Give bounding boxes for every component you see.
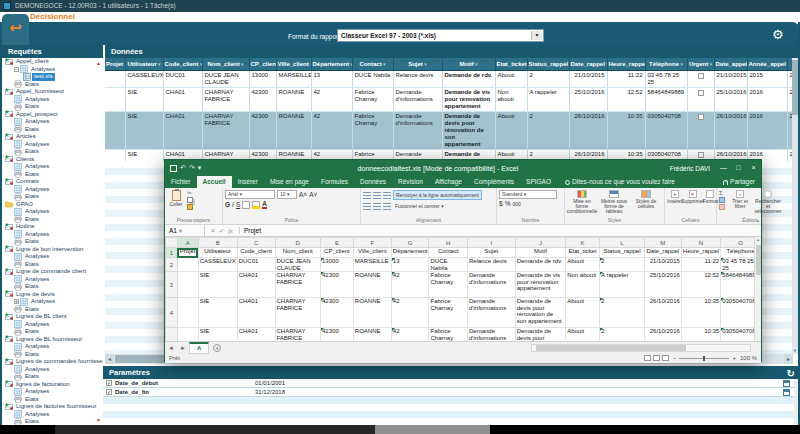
grid-header-status_rappel[interactable]: Status_rappel ▾ [527,58,569,70]
grid-cell[interactable]: CHA01 [163,87,202,111]
align-bottom-icon[interactable] [383,192,391,199]
excel-col-header-I[interactable]: I [468,238,516,248]
grid-cell[interactable]: CASSELEUX [125,70,163,87]
excel-row-header[interactable]: 3 [166,272,178,298]
excel-cell[interactable]: A rappeler [600,272,645,298]
enter-icon[interactable]: ✓ [219,227,224,235]
excel-col-header-A[interactable]: A [177,238,198,248]
excel-cell[interactable]: ROANNE [353,328,391,342]
excel-cell[interactable]: Abouti [566,298,600,328]
excel-cell[interactable]: 2 [600,258,645,272]
scrollbar-thumb[interactable] [756,245,761,275]
excel-cell[interactable]: Non abouti [566,272,600,298]
normal-view-icon[interactable] [644,355,651,361]
prev-sheet-icon[interactable]: ◄ [165,345,177,351]
excel-cell[interactable] [177,258,198,272]
excel-cell[interactable]: ROANNE [353,298,391,328]
save-icon[interactable] [170,165,177,172]
excel-cell[interactable]: Utilisateur [198,248,237,258]
grid-cell[interactable]: Abouti [495,70,527,87]
grid-cell[interactable]: MARSEILLE [276,70,311,87]
insert-function-icon[interactable]: fx [228,227,233,235]
grid-row[interactable]: SIECHA01CHARNAY FABRICE42300ROANNE42Fabr… [105,111,793,149]
excel-vertical-scrollbar[interactable]: ▲ [754,237,761,341]
sidebar-item[interactable]: Etats [2,261,103,269]
sheet-tab[interactable]: A [189,342,209,354]
grid-cell[interactable]: 26/10/2016 [714,111,747,149]
grid-header-date_appel[interactable]: Date_appel ▾ [714,58,747,70]
scroll-up-icon[interactable]: ▲ [756,237,760,242]
excel-cell[interactable]: Etat_ticket [566,248,600,258]
excel-cell[interactable]: 26/10/2016 [644,298,681,328]
sidebar-item[interactable]: Etats [2,193,103,201]
grid-cell[interactable]: 2015 [747,70,787,87]
align-center-icon[interactable] [373,203,381,210]
grid-cell[interactable]: 21/10/2015 [714,70,747,87]
urgent-checkbox[interactable] [698,114,704,120]
excel-cell[interactable]: CHA01 [237,272,275,298]
excel-col-header-L[interactable]: L [600,238,645,248]
excel-cell[interactable]: SIE [198,328,237,342]
zoom-out-icon[interactable]: − [673,355,677,361]
excel-cell[interactable]: CHA01 [237,328,275,342]
expander-icon[interactable]: − [14,67,19,72]
excel-cell[interactable]: Demande d'informations [468,272,516,298]
grid-cell[interactable]: CHA01 [163,111,202,149]
excel-cell[interactable]: Projet [177,248,198,258]
grid-cell[interactable]: CHARNAY FABRICE [202,87,249,111]
grid-header-projet[interactable]: Projet ▾ [105,58,125,70]
excel-col-header-B[interactable]: B [198,238,237,248]
excel-tab-insérer[interactable]: Insérer [232,176,264,188]
excel-cell[interactable]: Demande d'informations [468,328,516,342]
grid-cell[interactable]: 2016 [747,111,787,149]
excel-cell[interactable]: 11:22 [681,258,720,272]
grid-header-cp_client[interactable]: CP_client ▾ [249,58,276,70]
align-left-icon[interactable] [363,203,371,210]
expander-icon[interactable]: + [14,299,19,304]
underline-button[interactable]: S [236,201,240,209]
sidebar-item[interactable]: Ligne de devis [2,291,103,299]
percent-icon[interactable]: % [505,200,511,208]
sidebar-item[interactable]: Etats [2,238,103,246]
excel-horizontal-scrollbar[interactable] [531,344,751,352]
excel-cell[interactable]: Code_client [237,248,275,258]
number-format-select[interactable]: Standard ▾ [499,190,557,199]
align-top-icon[interactable] [363,192,371,199]
grid-header-utilisateur[interactable]: Utilisateur ▾ [125,58,163,70]
grid-cell[interactable]: 2016 [747,87,787,111]
grid-cell[interactable]: Demande d'informations [393,111,442,149]
excel-cell[interactable]: 25/10/2016 [644,272,681,298]
minimize-button[interactable]: — [716,160,731,176]
excel-titlebar[interactable]: ↶ ↷ ▾ donneecodialtest.xls [Mode de comp… [165,160,761,176]
name-box[interactable]: A1 ▾ [165,225,205,237]
grid-header-sujet[interactable]: Sujet ▾ [393,58,442,70]
excel-tab-affichage[interactable]: Affichage [429,176,468,188]
grid-cell[interactable]: Demande d'informations [393,87,442,111]
excel-cell[interactable]: 26/10/2016 [644,328,681,342]
maximize-button[interactable]: □ [731,160,746,176]
excel-cell[interactable]: CP_client [321,248,354,258]
sidebar-item[interactable]: Etats [2,306,103,314]
grid-header-contact[interactable]: Contact ▾ [352,58,393,70]
fill-color-icon[interactable] [252,201,260,209]
grid-cell[interactable]: SIE [125,87,163,111]
font-name-select[interactable]: Arial ▾ [225,190,275,199]
excel-cell[interactable]: CHARNAY FABRICE [275,298,321,328]
thousands-icon[interactable]: 000 [512,200,520,208]
excel-col-header-C[interactable]: C [237,238,275,248]
formula-value[interactable]: Projet [239,227,761,234]
gear-icon[interactable]: ⚙ [772,27,784,42]
grid-cell[interactable]: Relance devis [393,70,442,87]
fill-icon[interactable] [719,197,725,203]
excel-tab-accueil[interactable]: Accueil [197,176,232,188]
excel-row-header[interactable]: 5 [166,328,178,342]
excel-cell[interactable]: 42300 [321,328,354,342]
calendar-icon[interactable] [783,380,790,387]
grid-cell[interactable]: Non abouti [495,87,527,111]
sidebar-item[interactable]: Etats [2,283,103,291]
excel-cell[interactable]: 21/10/2015 [644,258,681,272]
excel-cell[interactable]: 13000 [321,258,354,272]
excel-cell[interactable]: CHARNAY FABRICE [275,272,321,298]
copy-icon[interactable] [187,197,193,203]
back-button[interactable]: ↩ [2,14,29,45]
